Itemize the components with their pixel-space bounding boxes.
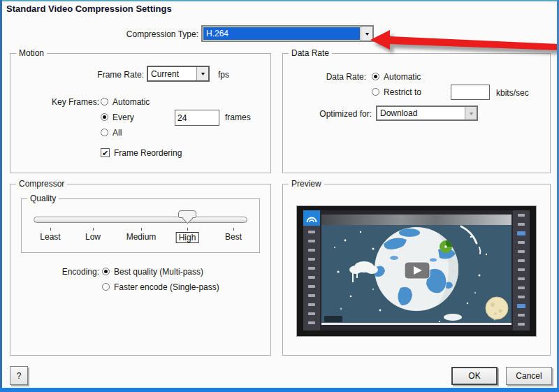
preview-thumbnail: [296, 205, 537, 337]
encoding-best-quality-label: Best quality (Multi-pass): [114, 267, 203, 277]
data-rate-automatic-radio[interactable]: [372, 73, 379, 80]
optimized-for-label: Optimized for:: [289, 109, 372, 119]
frame-reordering-label: Frame Reordering: [114, 148, 182, 158]
fps-unit-label: fps: [218, 70, 229, 80]
encoding-faster-encode-radio[interactable]: [102, 283, 110, 291]
data-rate-label: Data Rate:: [282, 72, 366, 82]
quality-slider-track[interactable]: [34, 217, 247, 223]
key-frames-every-radio[interactable]: [101, 113, 108, 121]
chevron-down-icon: ▼: [199, 71, 205, 76]
key-frames-label: Key Frames:: [52, 97, 99, 107]
quality-label-least: Least: [40, 232, 60, 242]
encoding-faster-encode-label: Faster encode (Single-pass): [114, 282, 219, 292]
slider-tick: [50, 228, 51, 231]
chevron-down-icon: ▼: [467, 111, 474, 116]
motion-group-title: Motion: [16, 48, 47, 58]
slider-tick: [141, 228, 142, 231]
help-button[interactable]: ?: [10, 366, 28, 385]
cancel-button[interactable]: Cancel: [506, 367, 552, 385]
window-border-bottom: [0, 388, 559, 392]
frame-rate-value: Current: [148, 67, 196, 80]
window-border-left: [0, 0, 2, 392]
frame-rate-label: Frame Rate:: [67, 70, 144, 80]
quality-slider-thumb[interactable]: [178, 210, 196, 218]
frame-rate-dropdown-button[interactable]: ▼: [196, 67, 208, 80]
compressor-group-title: Compressor: [16, 179, 67, 189]
ok-button[interactable]: OK: [451, 367, 498, 385]
data-rate-automatic-label: Automatic: [384, 72, 421, 82]
key-frames-every-label: Every: [112, 112, 134, 122]
data-rate-restrict-radio[interactable]: [372, 88, 379, 96]
quality-label-best: Best: [225, 232, 242, 242]
quality-group: Quality: [21, 198, 260, 253]
slider-tick: [187, 228, 188, 231]
frame-rate-select[interactable]: Current ▼: [147, 66, 210, 82]
slider-tick: [93, 228, 94, 231]
key-frames-every-input[interactable]: [175, 110, 219, 126]
key-frames-all-radio[interactable]: [101, 129, 108, 136]
quality-group-title: Quality: [27, 194, 59, 203]
key-frames-automatic-label: Automatic: [112, 97, 150, 107]
frames-unit-label: frames: [225, 112, 251, 122]
data-rate-restrict-input[interactable]: [451, 85, 490, 100]
key-frames-automatic-radio[interactable]: [101, 98, 108, 106]
quality-label-high: High: [176, 232, 199, 243]
encoding-best-quality-radio[interactable]: [102, 268, 110, 275]
window-title: Standard Video Compression Settings: [6, 3, 172, 14]
compression-settings-dialog: Standard Video Compression Settings Comp…: [0, 0, 559, 392]
data-rate-group-title: Data Rate: [289, 48, 332, 58]
preview-group-title: Preview: [289, 179, 324, 189]
data-rate-restrict-label: Restrict to: [384, 87, 421, 97]
quality-label-medium: Medium: [126, 232, 157, 242]
compression-type-label: Compression Type:: [73, 29, 198, 39]
compression-type-value: H.264: [203, 27, 360, 40]
optimized-for-dropdown-button[interactable]: ▼: [465, 107, 477, 119]
encoding-label: Encoding:: [42, 267, 99, 277]
optimized-for-value: Download: [377, 107, 465, 119]
frame-reordering-checkbox[interactable]: ✔: [101, 148, 110, 157]
annotation-arrow-icon: [363, 21, 559, 63]
slider-tick: [233, 228, 234, 231]
check-icon: ✔: [102, 149, 108, 157]
window-border-top: [0, 0, 559, 1]
kbits-unit-label: kbits/sec: [496, 88, 529, 98]
quality-label-low: Low: [85, 232, 101, 242]
compression-type-select[interactable]: H.264 ▼: [201, 25, 374, 42]
key-frames-all-label: All: [112, 128, 122, 138]
optimized-for-select[interactable]: Download ▼: [376, 106, 478, 121]
